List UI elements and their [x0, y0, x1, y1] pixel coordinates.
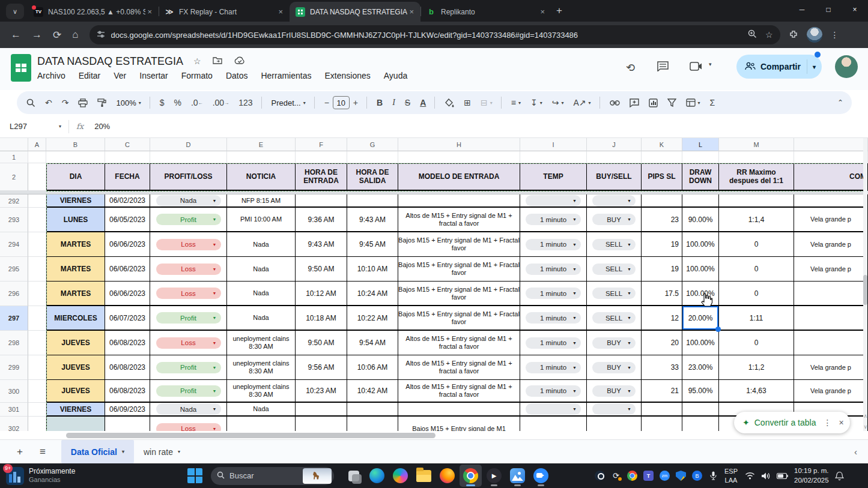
zoom-app-button[interactable]: [530, 465, 552, 487]
cell-M293[interactable]: 1:1,4: [719, 208, 794, 232]
dropdown-chip[interactable]: Loss▼: [156, 288, 221, 299]
cell-B302[interactable]: [46, 417, 105, 431]
chip-dropdown-icon[interactable]: ▼: [213, 341, 217, 345]
popup-menu-icon[interactable]: ⋮: [823, 418, 831, 427]
empty-cell[interactable]: [28, 380, 46, 403]
table-header-cell[interactable]: FECHA: [105, 163, 150, 191]
chip-dropdown-icon[interactable]: ▼: [572, 267, 577, 271]
column-header-F[interactable]: F: [296, 138, 347, 151]
empty-cell[interactable]: [28, 257, 46, 282]
cloud-status-icon[interactable]: [234, 56, 245, 66]
cell-B293[interactable]: LUNES: [46, 208, 105, 232]
menu-ayuda[interactable]: Ayuda: [384, 71, 407, 80]
cell-I302[interactable]: [520, 417, 587, 431]
cell-E302[interactable]: [227, 417, 296, 431]
microphone-tray-icon[interactable]: [708, 471, 718, 481]
home-icon[interactable]: ⌂: [72, 29, 78, 41]
cell-N297[interactable]: [794, 306, 868, 331]
browser-tab[interactable]: ≫FX Replay - Chart×: [159, 2, 290, 22]
dropdown-chip[interactable]: 1 minuto▼: [526, 362, 581, 373]
table-header-cell[interactable]: MODELO DE ENTRADA: [398, 163, 520, 191]
cell-H300[interactable]: Altos de M15 + Entry signal de M1 + frac…: [398, 380, 520, 403]
cell-D296[interactable]: Loss▼: [150, 282, 227, 306]
browser-tab[interactable]: DATA NASDAQ ESTRATEGIA - H×: [290, 2, 420, 22]
chip-dropdown-icon[interactable]: ▼: [627, 341, 631, 345]
row-header-295[interactable]: 295: [0, 257, 28, 282]
strikethrough-icon[interactable]: S: [405, 98, 410, 107]
cell-C300[interactable]: 06/08/2023: [105, 380, 150, 403]
cell-D295[interactable]: Loss▼: [150, 257, 227, 282]
taskbar-search[interactable]: Buscar: [211, 467, 334, 485]
vertical-scrollbar[interactable]: [863, 138, 867, 431]
site-info-icon[interactable]: [97, 30, 105, 40]
row-header-300[interactable]: 300: [0, 380, 28, 403]
cell-C292[interactable]: 06/02/2023: [105, 194, 150, 208]
print-icon[interactable]: [78, 98, 88, 107]
sheetbar-scroll-icon[interactable]: ‹: [854, 447, 857, 457]
cell-I296[interactable]: 1 minuto▼: [520, 282, 587, 306]
dropdown-chip[interactable]: ▼: [592, 195, 636, 206]
dropdown-chip[interactable]: 1 minuto▼: [526, 264, 581, 275]
name-box-dropdown-icon[interactable]: ▾: [59, 124, 61, 129]
add-sheet-icon[interactable]: +: [17, 446, 23, 458]
vertical-align-icon[interactable]: ↧▾: [530, 98, 542, 107]
empty-cell[interactable]: [28, 306, 46, 331]
cell-M299[interactable]: 1:1,2: [719, 355, 794, 380]
insert-comment-icon[interactable]: [630, 98, 639, 107]
forward-icon[interactable]: →: [32, 29, 42, 41]
table-header-cell[interactable]: BUY/SELL: [587, 163, 642, 191]
cell-I300[interactable]: 1 minuto▼: [520, 380, 587, 403]
undo-icon[interactable]: ↶: [45, 98, 52, 107]
cell-E296[interactable]: Nada: [227, 282, 296, 306]
column-header-B[interactable]: B: [46, 138, 105, 151]
cell-C302[interactable]: [105, 417, 150, 431]
table-header-cell[interactable]: DRAW DOWN: [682, 163, 719, 191]
cell-H298[interactable]: Altos de M15 + Entry signal de M1 + frac…: [398, 331, 520, 355]
cell-L295[interactable]: 100.00%: [682, 257, 719, 282]
row-header-292[interactable]: 292: [0, 194, 28, 208]
row-header-297[interactable]: 297: [0, 306, 28, 331]
cell-G295[interactable]: 10:10 AM: [347, 257, 398, 282]
chip-dropdown-icon[interactable]: ▼: [572, 366, 577, 370]
column-header-A[interactable]: A: [28, 138, 46, 151]
empty-cell[interactable]: [587, 151, 642, 163]
cell-L302[interactable]: [682, 417, 719, 431]
cell-K298[interactable]: 20: [642, 331, 682, 355]
cell-L299[interactable]: 23.00%: [682, 355, 719, 380]
empty-cell[interactable]: [719, 151, 794, 163]
font-size-field[interactable]: 10: [333, 96, 350, 109]
column-header-L[interactable]: L: [682, 138, 719, 151]
cell-G299[interactable]: 10:06 AM: [347, 355, 398, 380]
cell-D299[interactable]: Profit▼: [150, 355, 227, 380]
cell-F297[interactable]: 10:18 AM: [296, 306, 347, 331]
empty-cell[interactable]: [28, 163, 46, 191]
cell-K301[interactable]: [642, 403, 682, 417]
cell-M295[interactable]: 0: [719, 257, 794, 282]
collapse-toolbar-icon[interactable]: ⌃: [837, 98, 843, 107]
cell-D293[interactable]: Profit▼: [150, 208, 227, 232]
sync-tray-icon[interactable]: ⟳: [611, 471, 621, 481]
cell-M298[interactable]: 0: [719, 331, 794, 355]
zoom-tray-icon[interactable]: zm: [660, 471, 670, 481]
chip-dropdown-icon[interactable]: ▼: [572, 316, 577, 320]
cell-C299[interactable]: 06/08/2023: [105, 355, 150, 380]
cell-D302[interactable]: Loss▼: [150, 417, 227, 431]
increase-font-size-button[interactable]: +: [353, 98, 358, 107]
cell-M300[interactable]: 1:4,63: [719, 380, 794, 403]
share-dropdown-icon[interactable]: ▾: [807, 64, 821, 70]
chrome-button[interactable]: [460, 465, 482, 487]
chip-dropdown-icon[interactable]: ▼: [213, 242, 217, 247]
table-header-cell[interactable]: HORA DE SALIDA: [347, 163, 398, 191]
document-title[interactable]: DATA NASDAQ ESTRATEGIA: [37, 55, 183, 68]
column-header-M[interactable]: M: [719, 138, 794, 151]
cell-M297[interactable]: 1:11: [719, 306, 794, 331]
cell-E301[interactable]: Nada: [227, 403, 296, 417]
empty-cell[interactable]: [28, 403, 46, 417]
menu-archivo[interactable]: Archivo: [37, 71, 65, 80]
dropdown-chip[interactable]: Nada▼: [156, 195, 221, 206]
star-icon[interactable]: ☆: [193, 56, 201, 66]
table-header-cell[interactable]: TEMP: [520, 163, 587, 191]
empty-cell[interactable]: [520, 151, 587, 163]
sheet-tab-menu-icon[interactable]: ▾: [178, 449, 180, 454]
security-shield-tray-icon[interactable]: [676, 471, 686, 481]
